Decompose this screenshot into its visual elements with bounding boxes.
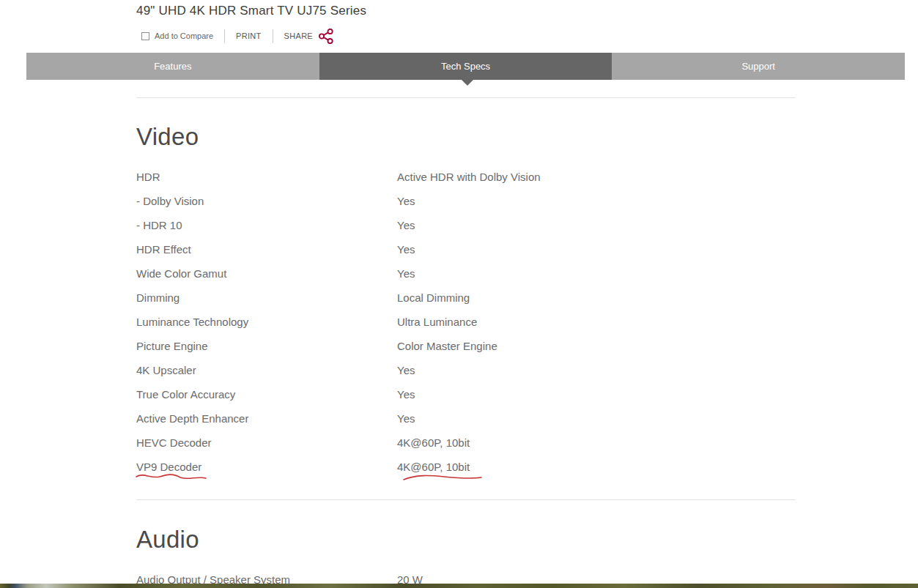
spec-row: - HDR 10 Yes (136, 213, 796, 237)
video-spec-table: HDR Active HDR with Dolby Vision - Dolby… (136, 165, 796, 479)
add-to-compare-control[interactable]: Add to Compare (136, 31, 213, 40)
tab-tech-specs[interactable]: Tech Specs (319, 53, 612, 80)
spec-row: Wide Color Gamut Yes (136, 261, 796, 286)
section-divider (136, 499, 796, 500)
spec-value: Yes (397, 213, 796, 237)
section-divider (136, 97, 796, 98)
spec-label: HDR (136, 165, 397, 189)
spec-label: 4K Upscaler (136, 358, 397, 382)
spec-row: HDR Active HDR with Dolby Vision (136, 165, 796, 189)
spec-label: Wide Color Gamut (136, 261, 397, 286)
share-button-label: SHARE (284, 31, 313, 40)
page-title: 49" UHD 4K HDR Smart TV UJ75 Series (136, 4, 366, 18)
spec-value: Active HDR with Dolby Vision (397, 165, 796, 189)
video-section-heading: Video (136, 123, 199, 151)
share-network-icon[interactable] (318, 29, 334, 44)
active-tab-arrow-icon (462, 80, 473, 86)
spec-label: VP9 Decoder (136, 455, 397, 479)
share-button[interactable]: SHARE (284, 29, 334, 44)
spec-label: Luminance Technology (136, 310, 397, 334)
spec-label: Picture Engine (136, 334, 397, 358)
spec-row: Dimming Local Dimming (136, 286, 796, 310)
spec-row: - Dolby Vision Yes (136, 189, 796, 213)
spec-value: 4K@60P, 10bit (397, 455, 796, 479)
spec-row: Picture Engine Color Master Engine (136, 334, 796, 358)
spec-label: True Color Accuracy (136, 382, 397, 406)
spec-value: Yes (397, 237, 796, 261)
add-to-compare-checkbox[interactable] (141, 32, 149, 40)
spec-row-vp9-decoder: VP9 Decoder 4K@60P, 10bit (136, 455, 796, 479)
print-button[interactable]: PRINT (236, 31, 262, 40)
spec-row: HDR Effect Yes (136, 237, 796, 261)
spec-row: True Color Accuracy Yes (136, 382, 796, 406)
toolbar-divider (273, 29, 273, 43)
spec-value: Ultra Luminance (397, 310, 796, 334)
spec-value: Yes (397, 189, 796, 213)
spec-value: 4K@60P, 10bit (397, 431, 796, 455)
section-tab-bar: Features Tech Specs Support (26, 53, 905, 80)
spec-row: Luminance Technology Ultra Luminance (136, 310, 796, 334)
add-to-compare-label: Add to Compare (155, 31, 213, 40)
spec-row: Active Depth Enhancer Yes (136, 406, 796, 431)
spec-value: Yes (397, 358, 796, 382)
tab-features[interactable]: Features (26, 53, 319, 80)
spec-label: - HDR 10 (136, 213, 397, 237)
spec-value: Color Master Engine (397, 334, 796, 358)
spec-label: Active Depth Enhancer (136, 406, 397, 431)
product-toolbar: Add to Compare PRINT SHARE (136, 28, 334, 44)
spec-value: Yes (397, 382, 796, 406)
spec-label: - Dolby Vision (136, 189, 397, 213)
tab-support[interactable]: Support (612, 53, 905, 80)
spec-label: HDR Effect (136, 237, 397, 261)
spec-value: Local Dimming (397, 286, 796, 310)
spec-label: HEVC Decoder (136, 431, 397, 455)
spec-row: HEVC Decoder 4K@60P, 10bit (136, 431, 796, 455)
audio-section-heading: Audio (136, 526, 199, 554)
toolbar-divider (224, 29, 225, 43)
below-fold-image-strip (0, 584, 918, 588)
spec-label: Dimming (136, 286, 397, 310)
spec-value: Yes (397, 406, 796, 431)
spec-row: 4K Upscaler Yes (136, 358, 796, 382)
spec-value: Yes (397, 261, 796, 286)
